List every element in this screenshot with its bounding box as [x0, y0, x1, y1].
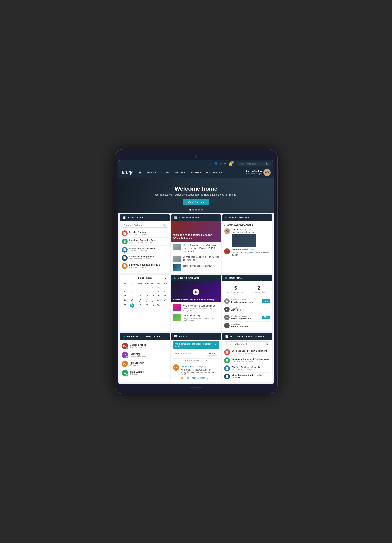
calendar-day[interactable]: 5: [129, 290, 136, 294]
onedrive-title-2: The New Employee Checklist: [232, 366, 270, 368]
calendar-day[interactable]: 9: [155, 290, 161, 294]
connection-item-2[interactable]: PL Pria Lakshay HR Manager: [122, 359, 168, 368]
news-main-image[interactable]: Microsoft rolls out new plans for Office…: [171, 221, 221, 242]
calendar-day[interactable]: 7: [143, 290, 150, 294]
calendar-day[interactable]: 17: [161, 294, 168, 298]
calendar-next[interactable]: ›: [163, 276, 167, 281]
post-button[interactable]: POST: [207, 352, 217, 356]
onedrive-item-1[interactable]: 📋 Equipment Agreement For Employees Iman…: [224, 356, 270, 364]
calendar-day[interactable]: 4: [121, 290, 129, 294]
calendar-day[interactable]: 6: [136, 290, 143, 294]
search-icon[interactable]: 🔍: [265, 163, 268, 165]
onedrive-item-0[interactable]: 📄 Business Case For New Equipment Pria L…: [224, 348, 270, 356]
news-item-0[interactable]: Microsoft's collaborative Whiteboard app…: [173, 243, 219, 254]
grid-icon[interactable]: ⊞: [210, 162, 212, 165]
cal-day-thu: THU: [143, 282, 150, 286]
policy-item[interactable]: 📋 Candidate Evaluation Form Michelle O'B…: [122, 238, 168, 246]
calendar-day[interactable]: 12: [129, 294, 136, 298]
calendar-day[interactable]: 19: [129, 298, 136, 303]
calendar-day[interactable]: 21: [143, 298, 150, 303]
calendar-day[interactable]: 3: [161, 286, 168, 290]
hero-cta-button[interactable]: CONTACT US: [182, 199, 210, 205]
calendar-day[interactable]: 8: [150, 290, 155, 294]
onedrive-item-2[interactable]: 📄 The New Employee Checklist Karim Lewis…: [224, 364, 270, 373]
connection-item-3[interactable]: IA Imani Adams IT Director: [122, 368, 168, 377]
onedrive-item-3[interactable]: 📄 Virtualisation & Administration Overvi…: [224, 373, 270, 381]
comment-input-area[interactable]: POST: [173, 350, 219, 357]
policy-search-icon[interactable]: 🔍: [163, 224, 166, 227]
hero-dot-3[interactable]: [195, 209, 197, 210]
calendar-day[interactable]: 30: [155, 303, 161, 308]
ask-react-label[interactable]: 😊 React: [181, 377, 189, 379]
notification-bell[interactable]: 🔔 8: [228, 162, 233, 166]
slack-channel-select[interactable]: #RemoteWorkChannel ▾: [224, 223, 270, 228]
policy-item[interactable]: 📄 Employee Introduction Sample Lily Lowe…: [122, 262, 168, 270]
nav-user[interactable]: Alexis Gordon Intranet Manager AG: [246, 169, 270, 176]
onedrive-search-icon[interactable]: 🔍: [265, 342, 268, 345]
calendar-day[interactable]: 13: [136, 294, 143, 298]
calendar-day[interactable]: 16: [155, 294, 161, 298]
top-search-input[interactable]: [239, 163, 264, 165]
calendar-day[interactable]: 25: [121, 303, 129, 308]
calendar-day[interactable]: 23: [155, 298, 161, 303]
hero-dot-5[interactable]: [201, 209, 203, 210]
home-button[interactable]: [190, 387, 202, 388]
onedrive-search-input[interactable]: [226, 343, 265, 345]
hero-dot-1[interactable]: [189, 209, 191, 210]
nav-sites[interactable]: SITES ▾: [144, 170, 158, 175]
policy-search-input[interactable]: [124, 224, 163, 226]
calendar-prev[interactable]: ‹: [123, 276, 126, 281]
calendar-day[interactable]: 27: [136, 303, 143, 308]
calendar-day[interactable]: 24: [161, 298, 168, 303]
calendar-day[interactable]: 15: [150, 294, 155, 298]
connection-item-0[interactable]: MJ Madison Jones Sales Executive: [122, 341, 168, 351]
news-item-2[interactable]: Technology trends of tomorrow: [173, 263, 219, 272]
policy-item[interactable]: 📄 Dress Code: Smart Casual Jack Hart · 1…: [122, 246, 168, 254]
ds-sign-button[interactable]: Sign: [262, 316, 271, 319]
docusign-item-2[interactable]: ✏ Needs my signature Rental Agreement Si…: [224, 313, 270, 322]
ds-host-button[interactable]: Host: [261, 299, 270, 303]
edit-icon[interactable]: ✏: [224, 162, 227, 165]
docusign-item-0[interactable]: ⏰ Waiting for others Purchase Agreement …: [224, 297, 270, 305]
calendar-day[interactable]: 20: [136, 298, 143, 303]
ask-upload-bar[interactable]: Write something, paste links, or upload …: [173, 341, 219, 349]
docusign-item-3[interactable]: ✓ Completed Office Contract: [224, 322, 270, 330]
ask-poster-name[interactable]: Oliver Perez: [181, 365, 194, 368]
user-icon[interactable]: 👤: [214, 162, 218, 165]
hero-dot-2[interactable]: [192, 209, 194, 210]
calendar-day[interactable]: 14: [143, 294, 150, 298]
nav-people[interactable]: PEOPLE: [173, 170, 187, 175]
user-avatar[interactable]: AG: [263, 169, 271, 176]
news-item-1[interactable]: Unily opens brand new digs at 31 bond St…: [173, 254, 219, 263]
video-item-1[interactable]: Extraordinary people Our shared values a…: [173, 313, 219, 323]
nav-documents[interactable]: DOCUMENTS: [204, 170, 224, 175]
nav-logo[interactable]: unily: [122, 170, 132, 175]
hero-dot-4[interactable]: [198, 209, 200, 210]
policy-search-wrapper[interactable]: 🔍: [122, 223, 168, 228]
calendar-day[interactable]: 28: [143, 303, 150, 308]
comment-input[interactable]: [175, 352, 206, 355]
calendar-day[interactable]: 10: [161, 290, 168, 294]
video-item-0[interactable]: How are you being bold for change? Gende…: [173, 303, 219, 313]
play-button[interactable]: [193, 288, 199, 295]
top-search-bar[interactable]: 🔍: [237, 162, 271, 166]
ask-replies-label[interactable]: Alexis Gordon + 2: [192, 377, 209, 379]
calendar-day[interactable]: 2: [155, 286, 161, 290]
calendar-day[interactable]: 18: [121, 298, 129, 303]
share-icon[interactable]: ⇪: [220, 162, 222, 165]
nav-social[interactable]: SOCIAL: [159, 170, 172, 175]
docusign-item-1[interactable]: ✓ Completed Offer Letter: [224, 305, 270, 313]
video-main[interactable]: Are we already living in Virtual Reality…: [171, 281, 221, 302]
calendar-day[interactable]: 1: [150, 286, 155, 290]
connection-item-1[interactable]: TK Tyler King Marketing Manager: [122, 351, 168, 359]
policy-item[interactable]: 📄 Confidentiality Agreement Jack Roberts…: [122, 254, 168, 262]
nav-stories[interactable]: STORIES: [188, 170, 203, 175]
nav-home[interactable]: 🏠: [136, 170, 144, 175]
onedrive-search-wrapper[interactable]: 🔍: [224, 341, 270, 346]
news-text-1: Unily opens brand new digs at 31 bond St…: [183, 255, 219, 261]
calendar-day[interactable]: 29: [150, 303, 155, 308]
calendar-day[interactable]: 26: [129, 303, 136, 308]
calendar-day[interactable]: 22: [150, 298, 155, 303]
policy-item[interactable]: 📄 Benefits Options Lily Lowe · 172 Views: [122, 229, 168, 238]
calendar-day[interactable]: 11: [121, 294, 129, 298]
